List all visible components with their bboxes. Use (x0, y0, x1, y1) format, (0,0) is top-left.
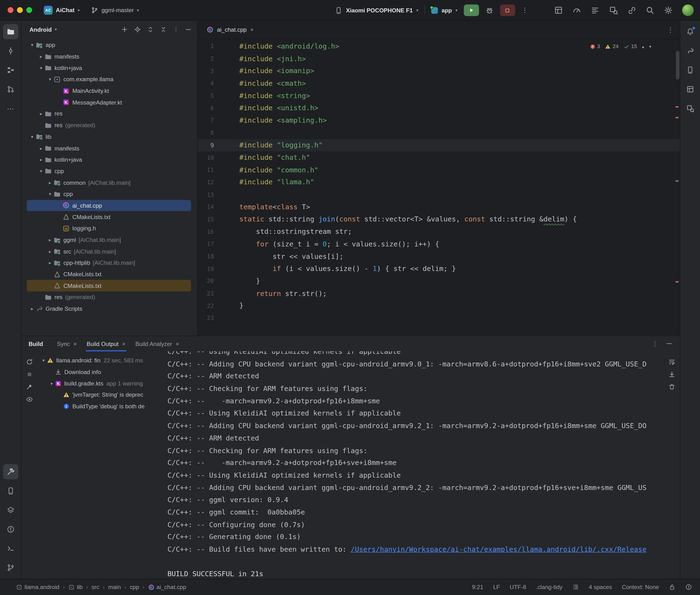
code-line-current[interactable]: 9#include "logging.h" (198, 139, 680, 151)
breadcrumb-item[interactable]: lib (68, 584, 83, 591)
chevron-down-icon[interactable]: ▾ (47, 77, 54, 82)
restart-build-button[interactable] (26, 358, 33, 366)
notifications-button[interactable] (682, 24, 698, 39)
terminal-tool-button[interactable] (3, 541, 18, 556)
device-selector[interactable]: Xiaomi POCOPHONE F1 ▾ (335, 6, 418, 14)
prev-problem-button[interactable]: ▴ (642, 44, 644, 49)
project-tree-item[interactable]: res(generated) (27, 291, 191, 303)
build-console[interactable]: C/C++: -- Using KleidiAI optimized kerne… (165, 351, 680, 579)
scroll-to-end-button[interactable] (668, 371, 675, 378)
build-tree-item[interactable]: Download info (37, 366, 165, 378)
error-stripe-mark[interactable] (675, 281, 678, 283)
code-line[interactable]: 19 if (i < values.size() - 1) { str << d… (198, 263, 680, 275)
encoding-widget[interactable]: UTF-8 (510, 584, 526, 591)
code-line[interactable]: 7#include <sampling.h> (198, 114, 680, 127)
gradle-tool-button[interactable] (682, 43, 698, 59)
problems-tool-button[interactable] (3, 522, 18, 537)
add-button[interactable] (121, 26, 128, 33)
indent-widget[interactable]: 4 spaces (589, 584, 612, 591)
chevron-right-icon[interactable]: ▸ (47, 260, 54, 265)
inspection-widget[interactable]: 3 24 15 ▴ ▾ (587, 42, 654, 51)
clang-tidy-widget[interactable]: .clang-tidy (536, 584, 562, 591)
project-tree-item[interactable]: ▾com.example.llama (27, 74, 191, 85)
project-tree-item[interactable]: ▾cpp (27, 188, 191, 200)
breadcrumb-item[interactable]: src (91, 584, 99, 591)
project-tree-item[interactable]: ▾app (27, 39, 191, 51)
project-view-selector[interactable]: Android (30, 26, 52, 33)
code-line[interactable]: 12#include "llama.h" (198, 176, 680, 189)
chevron-down-icon[interactable]: ▾ (29, 134, 36, 139)
next-problem-button[interactable]: ▾ (649, 44, 651, 49)
code-line[interactable]: 3#include <iomanip> (198, 65, 680, 77)
expand-all-button[interactable] (147, 26, 154, 33)
chevron-right-icon[interactable]: ▸ (37, 54, 45, 59)
project-tree-item[interactable]: CMakeLists.txt (27, 268, 191, 280)
build-tab-sync[interactable]: Sync× (52, 336, 82, 351)
code-line[interactable]: 16 std::ostringstream str; (198, 225, 680, 238)
code-line[interactable]: 13 (198, 188, 680, 201)
project-tree-item[interactable]: ▾lib (27, 131, 191, 142)
project-tree-item[interactable]: CMakeLists.txt (27, 280, 191, 291)
project-tree-item[interactable]: ▾cpp (27, 166, 191, 177)
breadcrumb-item[interactable]: main (108, 584, 121, 591)
user-avatar[interactable] (682, 4, 694, 16)
search-everywhere-button[interactable] (645, 6, 654, 15)
chevron-down-icon[interactable]: ▾ (48, 381, 55, 386)
console-link[interactable]: /Users/hanyin/Workspace/ai-chat/examples… (351, 545, 647, 554)
project-tree-item[interactable]: ▸kotlin+java (27, 154, 191, 165)
filter-messages-button[interactable] (26, 396, 33, 403)
device-mirroring-button[interactable] (627, 6, 636, 15)
code-line[interactable]: 21 return str.str(); (198, 287, 680, 300)
error-stripe-mark[interactable] (675, 117, 678, 118)
close-tab-button[interactable]: × (122, 340, 125, 347)
device-manager-tool-button[interactable] (682, 62, 698, 78)
code-line[interactable]: 2#include <jni.h> (198, 53, 680, 65)
version-control-tool-button[interactable] (3, 560, 18, 575)
device-explorer-tool-button[interactable] (3, 483, 18, 499)
chevron-down-icon[interactable]: ▾ (40, 358, 47, 363)
project-tree-item[interactable]: res(generated) (27, 119, 191, 131)
change-stripe-mark[interactable] (675, 180, 678, 182)
stop-build-button[interactable] (26, 371, 33, 378)
project-tree-item[interactable]: ▸ggml[AiChat.lib.main] (27, 234, 191, 246)
code-line[interactable]: 5#include <string> (198, 89, 680, 102)
context-widget[interactable]: Context: None (622, 584, 659, 591)
running-devices-tool-button[interactable] (682, 82, 698, 97)
code-line[interactable]: 4#include <cmath> (198, 77, 680, 89)
lock-icon[interactable] (669, 584, 675, 591)
hide-build-panel-button[interactable] (666, 340, 673, 347)
project-tree-item[interactable]: KMainActivity.kt (27, 85, 191, 97)
code-line[interactable]: 15static std::string join(const std::vec… (198, 213, 680, 225)
locate-file-button[interactable] (134, 26, 141, 33)
debug-button[interactable] (485, 6, 494, 15)
editor-scrollbar[interactable] (676, 51, 679, 80)
code-line[interactable]: 22} (198, 300, 680, 312)
pull-requests-tool-button[interactable] (3, 82, 18, 97)
chevron-right-icon[interactable]: ▸ (47, 180, 54, 185)
code-line[interactable]: 23 (198, 312, 680, 324)
project-tree-item[interactable]: ▸common[AiChat.lib.main] (27, 177, 191, 188)
project-tree-item[interactable]: ▸res (27, 108, 191, 119)
caret-position-widget[interactable]: 9:21 (472, 584, 483, 591)
code-line[interactable]: 8 (198, 127, 680, 139)
layout-inspector-button[interactable] (554, 6, 563, 15)
chevron-down-icon[interactable]: ▾ (29, 42, 36, 48)
pin-tab-button[interactable] (26, 383, 33, 391)
project-tree-item[interactable]: ▾kotlin+java (27, 62, 191, 74)
profiler-button[interactable] (572, 6, 581, 15)
project-tree-item[interactable]: ▸Gradle Scripts (27, 303, 191, 314)
build-options-button[interactable]: ⋮ (652, 340, 658, 347)
breadcrumb-item[interactable]: llama.android (16, 584, 59, 591)
run-config-selector[interactable]: app ▾ (431, 7, 457, 13)
error-stripe-mark[interactable] (675, 106, 678, 108)
close-window-button[interactable] (8, 7, 13, 13)
project-tree-item[interactable]: ▸cpp-httplib[AiChat.lib.main] (27, 257, 191, 268)
panel-options-button[interactable]: ⋮ (173, 26, 179, 33)
project-tree-item[interactable]: ▸manifests (27, 51, 191, 62)
project-tree-item[interactable]: CMakeLists.txt (27, 211, 191, 223)
more-tools-button[interactable]: ⋯ (3, 101, 18, 116)
chevron-right-icon[interactable]: ▸ (29, 306, 36, 311)
project-tree-item[interactable]: ▸manifests (27, 142, 191, 154)
build-tree-item[interactable]: BuildType 'debug' is both de (37, 401, 165, 412)
build-tab-build-output[interactable]: Build Output× (82, 336, 131, 351)
